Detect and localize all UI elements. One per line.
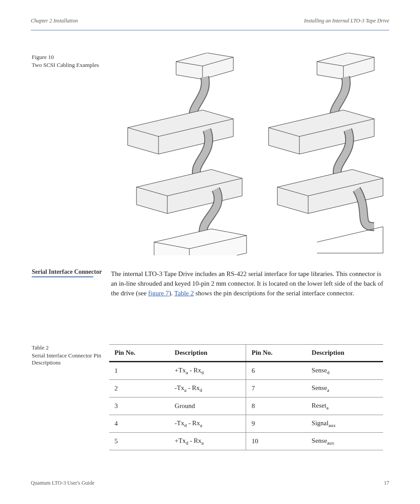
- table-header: Pin No.: [246, 345, 306, 362]
- footer-page-number: 17: [384, 480, 389, 486]
- table-header: Pin No.: [109, 345, 169, 362]
- pin-number: 9: [246, 415, 306, 433]
- table-header: Description: [169, 345, 246, 362]
- accent-rule: [32, 276, 93, 277]
- pin-number: 7: [246, 380, 306, 397]
- table-row: 4-Txd - Rxa9Signalaux: [109, 415, 383, 433]
- page-header: Chapter 2 Installation Installing an Int…: [31, 18, 389, 30]
- pin-number: 4: [109, 415, 169, 433]
- figure-number: Figure 10: [32, 54, 54, 60]
- pin-description: Signalaux: [306, 415, 383, 433]
- table-number: Table 2: [32, 344, 48, 351]
- pin-description: Sensea: [306, 380, 383, 397]
- paragraph-text: ).: [169, 290, 174, 297]
- pin-description: Senseaux: [306, 433, 383, 450]
- figure-caption-block: Figure 10 Two SCSI Cabling Examples: [32, 53, 99, 69]
- footer-doc-title: Quantum LTO-3 User's Guide: [31, 480, 94, 486]
- page-footer: Quantum LTO-3 User's Guide 17: [31, 480, 389, 486]
- header-chapter: Chapter 2 Installation: [31, 18, 78, 24]
- table-link[interactable]: Table 2: [174, 290, 194, 297]
- pin-description-table: Pin No. Description Pin No. Description …: [109, 344, 383, 450]
- table-row: 2-Txa - Rxd7Sensea: [109, 380, 383, 397]
- table-row: 5+Txd - Rxa10Senseaux: [109, 433, 383, 450]
- pin-number: 1: [109, 362, 169, 380]
- pin-description: Sensed: [306, 362, 383, 380]
- pin-description: Reseta: [306, 397, 383, 415]
- table-row: 3Ground8Reseta: [109, 397, 383, 415]
- table-row: 1+Txa - Rxd6Sensed: [109, 362, 383, 380]
- pin-description: Ground: [169, 397, 246, 415]
- pin-description: +Txa - Rxd: [169, 362, 246, 380]
- pin-number: 2: [109, 380, 169, 397]
- figure-caption: Two SCSI Cabling Examples: [32, 62, 99, 69]
- pin-number: 5: [109, 433, 169, 450]
- section-heading: Serial Interface Connector: [32, 269, 103, 276]
- figure-link[interactable]: figure 7: [148, 290, 169, 297]
- body-paragraph: The internal LTO-3 Tape Drive includes a…: [111, 269, 384, 298]
- pin-number: 10: [246, 433, 306, 450]
- paragraph-text: shows the pin descriptions for the seria…: [194, 290, 354, 297]
- table-caption-block: Table 2 Serial Interface Connector Pin D…: [32, 343, 103, 366]
- header-section: Installing an Internal LTO-3 Tape Drive: [304, 18, 389, 24]
- table-caption: Serial Interface Connector Pin Descripti…: [32, 352, 103, 366]
- pin-number: 8: [246, 397, 306, 415]
- pin-description: -Txa - Rxd: [169, 380, 246, 397]
- table-header-row: Pin No. Description Pin No. Description: [109, 345, 383, 362]
- figure-illustration: [110, 53, 392, 255]
- pin-description: +Txd - Rxa: [169, 433, 246, 450]
- pin-description: -Txd - Rxa: [169, 415, 246, 433]
- pin-number: 3: [109, 397, 169, 415]
- section-heading-block: Serial Interface Connector: [32, 269, 103, 277]
- table-header: Description: [306, 345, 383, 362]
- pin-number: 6: [246, 362, 306, 380]
